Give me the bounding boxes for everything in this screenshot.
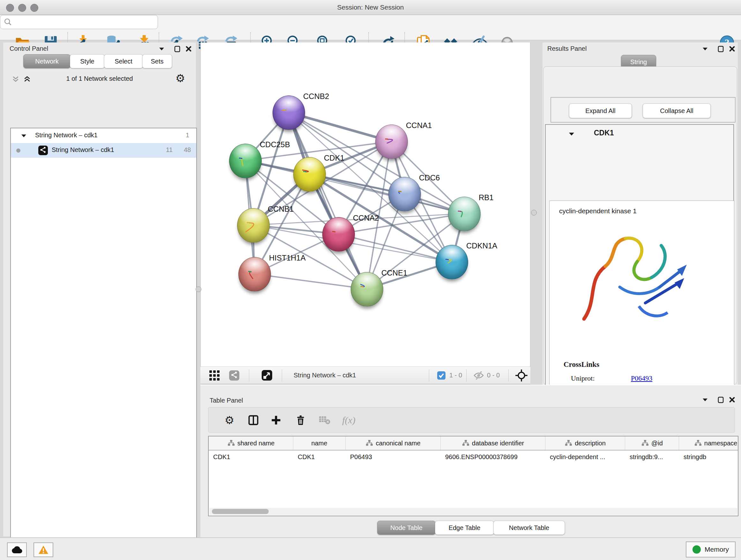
cell-canonical-name[interactable]: P06493 — [346, 450, 441, 463]
tab-node-table[interactable]: Node Table — [377, 521, 435, 535]
column-type-icon — [641, 440, 649, 447]
edge-CCNB2-CCNE1[interactable] — [288, 112, 367, 289]
tab-edge-table[interactable]: Edge Table — [435, 521, 494, 535]
node-label-CCNB1: CCNB1 — [268, 205, 293, 213]
crosslink-link[interactable]: P06493 — [631, 374, 652, 382]
cell-description[interactable]: cyclin-dependent ... — [545, 450, 625, 463]
scrollbar-thumb[interactable] — [212, 509, 269, 514]
tab-select[interactable]: Select — [104, 54, 143, 68]
network-collection-row[interactable]: String Network – cdk1 1 — [11, 128, 196, 143]
title-bar: Session: New Session — [0, 0, 741, 15]
panel-close-icon[interactable] — [183, 44, 194, 54]
column-header-shared-name[interactable]: shared name — [209, 436, 293, 450]
window-close-icon[interactable] — [6, 4, 14, 12]
window-zoom-icon[interactable] — [30, 4, 38, 12]
horizontal-scrollbar[interactable] — [209, 508, 737, 515]
network-selection-status: 1 of 1 Network selected — [3, 75, 196, 82]
tab-network-table[interactable]: Network Table — [493, 521, 565, 535]
expand-all-button[interactable]: Expand All — [569, 104, 632, 118]
node-CDKN1A[interactable] — [435, 245, 468, 279]
selected-checkbox-icon[interactable] — [437, 367, 446, 384]
network-tree: String Network – cdk1 1 String Network –… — [10, 128, 197, 560]
cell-database-identifier[interactable]: 9606.ENSP00000378699 — [441, 450, 545, 463]
result-node-name: CDK1 — [594, 129, 614, 137]
cell-namespace[interactable]: stringdb — [679, 450, 738, 463]
node-CCNA2[interactable] — [322, 217, 355, 252]
tab-network[interactable]: Network — [23, 54, 71, 68]
right-splitter-handle[interactable] — [531, 210, 537, 215]
panel-menu-icon[interactable] — [156, 44, 167, 54]
node-CDC6[interactable] — [388, 177, 421, 211]
protein-structure-image — [572, 223, 699, 338]
main-toolbar: ? — [0, 15, 741, 40]
protein-thumbnail-CCNB1 — [243, 216, 264, 236]
results-panel-title: Results Panel — [547, 45, 587, 52]
fit-selected-crosshair-icon[interactable] — [515, 367, 528, 384]
edge-CDK1-RB1[interactable] — [309, 174, 464, 213]
node-CCNA1[interactable] — [375, 125, 408, 159]
protein-thumbnail-CCNB2 — [279, 104, 299, 123]
tab-sets[interactable]: Sets — [142, 54, 172, 68]
network-row[interactable]: String Network – cdk1 11 48 — [11, 143, 196, 158]
network-view-canvas[interactable]: CCNB2 CCNA1 CDC25B CDK1 CDC6 RB1 CCNB1 C… — [200, 43, 530, 367]
tab-style[interactable]: Style — [70, 54, 105, 68]
table-row[interactable]: CDK1CDK1P064939606.ENSP00000378699cyclin… — [209, 450, 738, 463]
panel-menu-icon[interactable] — [699, 395, 711, 405]
column-header-description[interactable]: description — [545, 436, 625, 450]
protein-thumbnail-HIST1H1A — [245, 265, 265, 285]
column-header-namespace[interactable]: namespace — [679, 436, 738, 450]
grid-view-icon[interactable] — [209, 367, 219, 384]
selected-node-edge-counter: 1 - 0 — [449, 367, 462, 384]
node-CDK1[interactable] — [293, 157, 326, 192]
node-CCNE1[interactable] — [351, 272, 383, 307]
network-view-toolbar: String Network – cdk1 1 - 0 0 - 0 — [200, 367, 530, 384]
birdseye-view-icon[interactable] — [262, 367, 272, 384]
window-minimize-icon[interactable] — [18, 4, 26, 12]
network-options-gear-icon[interactable]: ⚙ — [175, 73, 186, 83]
protein-thumbnail-CCNA1 — [381, 132, 402, 152]
delete-column-trash-icon[interactable] — [292, 411, 310, 429]
create-column-plus-icon[interactable] — [267, 411, 285, 429]
panel-float-icon[interactable] — [715, 44, 726, 54]
column-header-canonical-name[interactable]: canonical name — [346, 436, 441, 450]
left-splitter-handle[interactable] — [196, 287, 201, 292]
edge-HIST1H1A-CCNE1[interactable] — [254, 274, 367, 289]
automation-cloud-button[interactable] — [7, 543, 27, 557]
string-view-badge-icon[interactable] — [229, 367, 239, 384]
cell-name[interactable]: CDK1 — [293, 450, 346, 463]
warning-icon — [38, 545, 49, 554]
panel-close-icon[interactable] — [727, 44, 738, 54]
collapse-all-button[interactable]: Collapse All — [643, 104, 711, 118]
tree-expand-caret-icon[interactable] — [21, 134, 26, 137]
column-header--id[interactable]: @id — [625, 436, 679, 450]
panel-close-icon[interactable] — [727, 395, 738, 405]
show-columns-icon[interactable] — [245, 411, 262, 429]
warnings-button[interactable] — [33, 543, 53, 557]
column-header-name[interactable]: name — [293, 436, 346, 450]
column-header-database-identifier[interactable]: database identifier — [441, 436, 545, 450]
node-CCNB2[interactable] — [273, 96, 305, 130]
search-box[interactable] — [0, 15, 158, 29]
node-label-CDKN1A: CDKN1A — [466, 241, 497, 250]
panel-menu-icon[interactable] — [699, 44, 711, 54]
cell--id[interactable]: stringdb:9... — [625, 450, 679, 463]
node-HIST1H1A[interactable] — [239, 257, 271, 292]
status-bar: Memory — [0, 537, 741, 560]
section-collapse-caret-icon[interactable] — [569, 132, 574, 136]
search-input[interactable] — [12, 18, 158, 26]
node-RB1[interactable] — [448, 197, 481, 231]
node-CCNB1[interactable] — [237, 208, 270, 243]
hidden-node-edge-counter: 0 - 0 — [487, 367, 500, 384]
node-CDC25B[interactable] — [229, 144, 262, 178]
protein-thumbnail-CDKN1A — [442, 253, 462, 273]
protein-thumbnail-CDK1 — [299, 165, 320, 185]
node-label-CCNE1: CCNE1 — [381, 268, 407, 277]
protein-thumbnail-CDC6 — [394, 185, 415, 205]
table-options-gear-icon[interactable]: ⚙ — [220, 411, 239, 429]
control-panel: Control Panel NetworkStyleSelectSets 1 o… — [3, 43, 196, 537]
panel-float-icon[interactable] — [172, 44, 183, 54]
cell-shared-name[interactable]: CDK1 — [209, 450, 293, 463]
memory-button[interactable]: Memory — [686, 542, 736, 557]
panel-float-icon[interactable] — [715, 395, 726, 405]
application-window: Session: New Session ? Control Panel Net… — [0, 0, 741, 560]
